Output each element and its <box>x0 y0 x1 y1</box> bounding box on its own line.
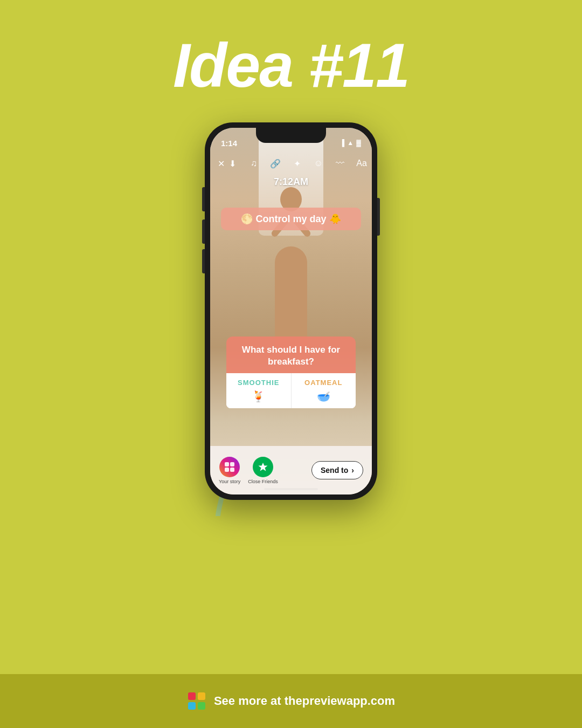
link-icon[interactable]: 🔗 <box>268 159 283 169</box>
close-icon[interactable]: ✕ <box>218 159 225 169</box>
download-icon[interactable]: ⬇ <box>225 159 240 169</box>
smoothie-label: SMOOTHIE <box>238 379 279 387</box>
story-toolbar: ✕ ⬇ ♫ 🔗 ✦ ☺ 〰 Aa <box>210 154 372 173</box>
phone-screen: 1:14 ▐ ▲ ▓ ✕ ⬇ ♫ 🔗 ✦ ☺ <box>210 128 372 495</box>
battery-icon: ▓ <box>356 139 361 147</box>
control-banner-text: 🌕 Control my day 🐥 <box>241 213 341 225</box>
story-bottom-bar: Your story Close Friends Send <box>210 446 372 495</box>
poll-options: SMOOTHIE 🍹 OATMEAL 🥣 <box>226 373 356 408</box>
svg-rect-1 <box>230 462 234 466</box>
status-icons: ▐ ▲ ▓ <box>340 139 361 147</box>
svg-rect-6 <box>198 692 205 700</box>
svg-marker-4 <box>258 463 267 471</box>
send-to-label: Send to <box>321 466 348 475</box>
close-friends-label: Close Friends <box>248 479 278 484</box>
sticker-icon[interactable]: ☺ <box>311 159 326 168</box>
send-to-button[interactable]: Send to › <box>311 461 363 479</box>
footer-logo <box>187 691 206 711</box>
text-icon[interactable]: Aa <box>354 159 369 168</box>
svg-rect-2 <box>225 468 229 472</box>
footer-bar: See more at thepreviewapp.com <box>0 674 582 728</box>
story-share-options: Your story Close Friends <box>219 457 278 484</box>
your-story-icon <box>219 457 240 477</box>
effects-icon[interactable]: ✦ <box>289 159 304 169</box>
oatmeal-emoji: 🥣 <box>317 390 330 403</box>
instagram-grid-icon <box>224 461 235 473</box>
breakfast-question-text: What should I have for breakfast? <box>235 344 347 368</box>
page-title: Idea #11 <box>173 30 409 101</box>
svg-rect-8 <box>198 702 205 710</box>
story-time-overlay: 7:12AM <box>274 176 308 188</box>
close-friends-option[interactable]: Close Friends <box>248 457 278 484</box>
signal-icon: ▐ <box>340 139 345 147</box>
poll-option-smoothie[interactable]: SMOOTHIE 🍹 <box>226 373 292 408</box>
oatmeal-label: OATMEAL <box>304 379 342 387</box>
svg-rect-0 <box>225 462 229 466</box>
music-icon[interactable]: ♫ <box>246 159 261 168</box>
your-story-option[interactable]: Your story <box>219 457 240 484</box>
draw-icon[interactable]: 〰 <box>332 159 348 168</box>
toolbar-icons-right: ⬇ ♫ 🔗 ✦ ☺ 〰 Aa <box>225 159 369 169</box>
phone-shell: 1:14 ▐ ▲ ▓ ✕ ⬇ ♫ 🔗 ✦ ☺ <box>205 122 377 500</box>
phone-wrapper: 1:14 ▐ ▲ ▓ ✕ ⬇ ♫ 🔗 ✦ ☺ <box>191 122 391 532</box>
control-banner: 🌕 Control my day 🐥 <box>221 208 361 230</box>
svg-rect-5 <box>188 692 196 700</box>
footer-text: See more at thepreviewapp.com <box>214 694 395 708</box>
close-friends-icon <box>253 457 273 477</box>
chevron-right-icon: › <box>351 466 354 475</box>
main-content: Idea #11 <box>0 0 582 674</box>
star-icon <box>257 461 269 473</box>
smoothie-emoji: 🍹 <box>252 390 265 403</box>
your-story-label: Your story <box>219 479 240 484</box>
poll-option-oatmeal[interactable]: OATMEAL 🥣 <box>292 373 356 408</box>
svg-rect-7 <box>188 702 196 710</box>
breakfast-question: What should I have for breakfast? SMOOTH… <box>226 336 356 408</box>
wifi-icon: ▲ <box>347 139 354 147</box>
status-time: 1:14 <box>221 139 237 148</box>
svg-rect-3 <box>230 468 234 472</box>
phone-notch <box>256 128 326 143</box>
